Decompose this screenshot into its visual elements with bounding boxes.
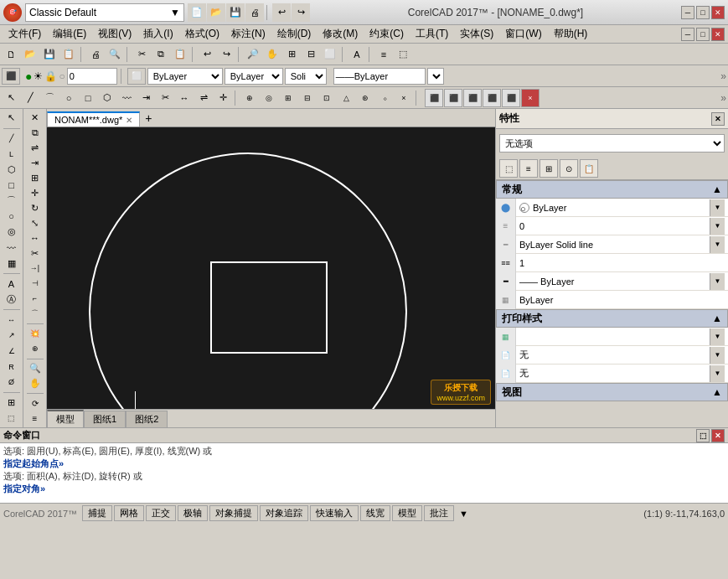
menu-window[interactable]: 窗口(W) [500,25,546,43]
tb-draw-snap6[interactable]: △ [337,89,355,107]
color-value[interactable]: ○ ByLayer ▼ [516,199,728,216]
workspace-dropdown[interactable]: Classic Default ▼ [25,3,184,22]
close-button[interactable]: ✕ [711,6,725,19]
lt2-mirror[interactable]: ⇌ [25,141,45,155]
tb-std-paste[interactable]: 📋 [171,45,189,64]
tb-draw-line[interactable]: ╱ [21,89,39,107]
panel-minimize-btn[interactable]: ─ [681,28,694,41]
lt-donut[interactable]: ◎ [2,225,22,240]
linetype-dropdown[interactable]: ByLayer [225,68,283,85]
snap-btn[interactable]: 捕提 [82,505,112,521]
layer-color-btn[interactable]: ⬜ [127,68,146,85]
tb-draw-spline[interactable]: 〰 [117,89,136,107]
menu-insert[interactable]: 插入(I) [138,25,178,43]
panel-close-btn2[interactable]: ✕ [711,28,725,41]
print-section-header[interactable]: 打印样式 ▲ [496,309,728,328]
osnap-btn[interactable]: 对象捕提 [209,505,258,521]
linetype-value[interactable]: ByLayer Solid line ▼ [516,236,728,253]
tb-draw-snap1[interactable]: ⊕ [240,89,259,107]
menu-view[interactable]: 视图(V) [93,25,137,43]
tb-std-preview[interactable]: 🔍 [106,45,124,64]
lt2-extend[interactable]: →| [25,261,45,276]
lineweight-value[interactable]: —— ByLayer ▼ [516,273,728,290]
lt-dim-diameter[interactable]: Ø [2,375,22,390]
lt2-stretch[interactable]: ↔ [25,231,45,246]
dynin-btn[interactable]: 快速输入 [310,505,359,521]
lt-spline[interactable]: 〰 [2,240,22,256]
tb-std-zoom3[interactable]: ⊟ [302,45,320,64]
tb-draw-mirror[interactable]: ⇌ [194,89,213,107]
lt-dim-linear[interactable]: ↔ [2,313,22,328]
lt2-zoom[interactable]: 🔍 [25,361,45,375]
drawing-viewport[interactable]: →X 乐授下载 www.uzzf.com [47,127,495,409]
maximize-button[interactable]: □ [696,6,710,19]
tb-std-match[interactable]: ⬚ [394,45,412,64]
lt2-explode[interactable]: 💥 [25,327,45,341]
lt2-trim[interactable]: ✂ [25,246,45,261]
tb-draw-snap4[interactable]: ⊟ [298,89,317,107]
tb-save[interactable]: 💾 [226,3,245,22]
tb-std-pan[interactable]: ✋ [263,45,281,64]
tb-std-undo[interactable]: ↩ [198,45,216,64]
menu-constraint[interactable]: 约束(C) [364,25,409,43]
lt2-array[interactable]: ⊞ [25,171,45,185]
tb-draw-snap9[interactable]: × [395,89,413,107]
lineweight-dropdown-btn[interactable]: ▼ [710,273,725,290]
menu-tools[interactable]: 工具(T) [410,25,453,43]
tb-snap-r4[interactable]: ⬛ [483,89,501,107]
polar-btn[interactable]: 极轴 [178,505,208,521]
lt-polygon[interactable]: ⬡ [2,163,22,178]
lt-insert[interactable]: ⬚ [2,411,22,426]
tb-draw-circle[interactable]: ○ [59,89,78,107]
drawing-tab[interactable]: NONAM***.dwg* ✕ [47,111,140,127]
panel-icon-1[interactable]: ⬚ [499,159,518,178]
color-dropdown[interactable]: ByLayer [147,68,223,85]
layer-value[interactable]: 0 ▼ [516,218,728,235]
lt2-pan[interactable]: ✋ [25,376,45,390]
tb-std-3d[interactable]: ⬜ [321,45,339,64]
tb-std-zoom2[interactable]: ⊞ [282,45,301,64]
general-section-header[interactable]: 常规 ▲ [496,180,728,199]
tb-open[interactable]: 📂 [207,3,225,22]
selection-dropdown[interactable]: 无选项 [499,134,725,153]
lt-line[interactable]: ╱ [2,131,22,146]
layer-manager-btn[interactable]: ⬛ [2,68,20,85]
tb-std-props[interactable]: ≡ [374,45,393,64]
lt-block[interactable]: ⊞ [2,395,22,411]
linetype-dropdown-btn[interactable]: ▼ [710,236,725,253]
lt2-props2[interactable]: ≡ [25,411,45,426]
toolbar-expand[interactable]: » [720,70,726,82]
lt2-scale[interactable]: ⤡ [25,216,45,230]
lt2-break[interactable]: ⊣ [25,277,45,291]
menu-file[interactable]: 文件(F) [3,25,46,43]
lt2-chamfer[interactable]: ⌐ [25,292,45,306]
tb-draw-arc[interactable]: ⌒ [40,89,59,107]
tb-draw-offset[interactable]: ⇥ [137,89,155,107]
tb-snap-r6[interactable]: × [521,89,540,107]
annot-btn[interactable]: 批注 [424,505,454,521]
lt-dim-radius[interactable]: R [2,359,22,375]
lt-pline[interactable]: L [2,147,22,162]
layout1-tab[interactable]: 图纸1 [84,411,126,427]
tb-std-redo[interactable]: ↪ [217,45,235,64]
lt2-offset[interactable]: ⇥ [25,156,45,170]
tb-std-new[interactable]: 🗋 [2,45,20,64]
lt2-fillet[interactable]: ⌒ [25,307,45,321]
otrack-btn[interactable]: 对象追踪 [260,505,308,521]
lt2-grip[interactable]: ⊕ [25,342,45,356]
menu-help[interactable]: 帮助(H) [549,25,593,43]
lweight-btn[interactable]: 线宽 [360,505,390,521]
tb-draw-snap5[interactable]: ⊡ [318,89,336,107]
printstyle1-value[interactable]: ▼ [516,328,728,345]
tb-draw-snap3[interactable]: ⊞ [279,89,297,107]
menu-modify[interactable]: 修改(M) [318,25,363,43]
tb-draw-poly[interactable]: ⬡ [98,89,116,107]
tb-print[interactable]: 🖨 [245,3,264,22]
lt-arc[interactable]: ⌒ [2,194,22,209]
tb-draw-select[interactable]: ↖ [2,89,20,107]
tb-snap-r2[interactable]: ⬛ [444,89,462,107]
tb-snap-r5[interactable]: ⬛ [502,89,520,107]
lt-hatch[interactable]: ▦ [2,256,22,271]
tb-snap-r3[interactable]: ⬛ [463,89,482,107]
menu-solid[interactable]: 实体(S) [455,25,498,43]
